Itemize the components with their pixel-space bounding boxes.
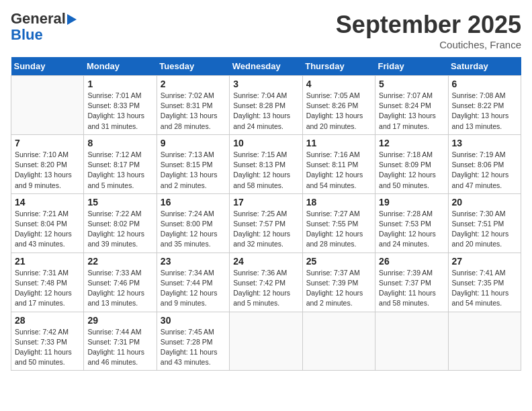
day-info: Sunrise: 7:19 AM Sunset: 8:06 PM Dayligh… (452, 150, 517, 191)
day-cell: 4Sunrise: 7:05 AM Sunset: 8:26 PM Daylig… (302, 76, 375, 135)
day-cell: 6Sunrise: 7:08 AM Sunset: 8:22 PM Daylig… (448, 76, 521, 135)
day-cell: 11Sunrise: 7:16 AM Sunset: 8:11 PM Dayli… (302, 134, 375, 193)
day-cell: 16Sunrise: 7:24 AM Sunset: 8:00 PM Dayli… (157, 193, 229, 253)
day-info: Sunrise: 7:41 AM Sunset: 7:35 PM Dayligh… (452, 268, 517, 309)
day-number: 16 (161, 197, 226, 208)
day-cell: 1Sunrise: 7:01 AM Sunset: 8:33 PM Daylig… (84, 76, 157, 135)
day-cell: 2Sunrise: 7:02 AM Sunset: 8:31 PM Daylig… (157, 76, 229, 135)
calendar-table: SundayMondayTuesdayWednesdayThursdayFrid… (11, 57, 521, 371)
day-info: Sunrise: 7:34 AM Sunset: 7:44 PM Dayligh… (161, 268, 226, 309)
day-info: Sunrise: 7:02 AM Sunset: 8:31 PM Dayligh… (161, 91, 226, 132)
day-number: 13 (452, 138, 517, 148)
day-cell: 24Sunrise: 7:36 AM Sunset: 7:42 PM Dayli… (230, 253, 302, 312)
day-number: 5 (379, 79, 444, 89)
col-header-sunday: Sunday (11, 57, 84, 76)
day-info: Sunrise: 7:44 AM Sunset: 7:31 PM Dayligh… (87, 327, 152, 368)
day-cell: 12Sunrise: 7:18 AM Sunset: 8:09 PM Dayli… (375, 134, 448, 193)
day-number: 22 (87, 256, 152, 267)
logo: General Blue (11, 11, 77, 43)
day-info: Sunrise: 7:22 AM Sunset: 8:02 PM Dayligh… (87, 209, 152, 250)
col-header-saturday: Saturday (448, 57, 521, 76)
col-header-friday: Friday (375, 57, 448, 76)
day-number: 14 (15, 197, 80, 208)
day-info: Sunrise: 7:24 AM Sunset: 8:00 PM Dayligh… (161, 209, 226, 250)
day-info: Sunrise: 7:10 AM Sunset: 8:20 PM Dayligh… (15, 150, 80, 191)
day-cell (11, 76, 84, 135)
day-number: 9 (161, 138, 226, 148)
day-number: 18 (306, 197, 371, 208)
week-row-5: 28Sunrise: 7:42 AM Sunset: 7:33 PM Dayli… (11, 312, 521, 371)
day-cell: 15Sunrise: 7:22 AM Sunset: 8:02 PM Dayli… (84, 193, 157, 253)
day-info: Sunrise: 7:07 AM Sunset: 8:24 PM Dayligh… (379, 91, 444, 132)
day-cell: 26Sunrise: 7:39 AM Sunset: 7:37 PM Dayli… (375, 253, 448, 312)
day-number: 3 (233, 79, 298, 89)
day-number: 20 (452, 197, 517, 208)
day-number: 21 (15, 256, 80, 267)
day-cell (375, 312, 448, 371)
day-number: 26 (379, 256, 444, 267)
day-number: 19 (379, 197, 444, 208)
day-cell: 25Sunrise: 7:37 AM Sunset: 7:39 PM Dayli… (302, 253, 375, 312)
logo-general: General (11, 10, 66, 27)
logo-top: General (11, 11, 77, 27)
day-cell (230, 312, 302, 371)
col-header-monday: Monday (84, 57, 157, 76)
location: Coutiches, France (336, 39, 521, 50)
day-number: 1 (87, 79, 152, 89)
day-number: 7 (15, 138, 80, 148)
day-info: Sunrise: 7:08 AM Sunset: 8:22 PM Dayligh… (452, 91, 517, 132)
day-cell: 23Sunrise: 7:34 AM Sunset: 7:44 PM Dayli… (157, 253, 229, 312)
day-cell: 8Sunrise: 7:12 AM Sunset: 8:17 PM Daylig… (84, 134, 157, 193)
day-number: 4 (306, 79, 371, 89)
day-info: Sunrise: 7:33 AM Sunset: 7:46 PM Dayligh… (87, 268, 152, 309)
day-info: Sunrise: 7:01 AM Sunset: 8:33 PM Dayligh… (87, 91, 152, 132)
day-cell: 14Sunrise: 7:21 AM Sunset: 8:04 PM Dayli… (11, 193, 84, 253)
logo-arrow-icon (67, 14, 77, 25)
month-title: September 2025 (336, 11, 521, 39)
day-number: 28 (15, 315, 80, 326)
day-info: Sunrise: 7:16 AM Sunset: 8:11 PM Dayligh… (306, 150, 371, 191)
day-number: 27 (452, 256, 517, 267)
day-cell: 19Sunrise: 7:28 AM Sunset: 7:53 PM Dayli… (375, 193, 448, 253)
day-cell: 17Sunrise: 7:25 AM Sunset: 7:57 PM Dayli… (230, 193, 302, 253)
day-info: Sunrise: 7:27 AM Sunset: 7:55 PM Dayligh… (306, 209, 371, 250)
day-info: Sunrise: 7:15 AM Sunset: 8:13 PM Dayligh… (233, 150, 298, 191)
day-number: 23 (161, 256, 226, 267)
day-cell: 5Sunrise: 7:07 AM Sunset: 8:24 PM Daylig… (375, 76, 448, 135)
day-number: 29 (87, 315, 152, 326)
day-number: 11 (306, 138, 371, 148)
day-number: 30 (161, 315, 226, 326)
week-row-2: 7Sunrise: 7:10 AM Sunset: 8:20 PM Daylig… (11, 134, 521, 193)
day-info: Sunrise: 7:37 AM Sunset: 7:39 PM Dayligh… (306, 268, 371, 309)
day-cell (448, 312, 521, 371)
day-cell: 7Sunrise: 7:10 AM Sunset: 8:20 PM Daylig… (11, 134, 84, 193)
day-cell: 21Sunrise: 7:31 AM Sunset: 7:48 PM Dayli… (11, 253, 84, 312)
day-number: 2 (161, 79, 226, 89)
day-cell: 9Sunrise: 7:13 AM Sunset: 8:15 PM Daylig… (157, 134, 229, 193)
day-info: Sunrise: 7:36 AM Sunset: 7:42 PM Dayligh… (233, 268, 298, 309)
logo-bottom: Blue (11, 27, 77, 43)
day-cell: 20Sunrise: 7:30 AM Sunset: 7:51 PM Dayli… (448, 193, 521, 253)
header-row: SundayMondayTuesdayWednesdayThursdayFrid… (11, 57, 521, 76)
day-cell: 30Sunrise: 7:45 AM Sunset: 7:28 PM Dayli… (157, 312, 229, 371)
day-info: Sunrise: 7:30 AM Sunset: 7:51 PM Dayligh… (452, 209, 517, 250)
logo-blue: Blue (11, 26, 43, 43)
day-info: Sunrise: 7:05 AM Sunset: 8:26 PM Dayligh… (306, 91, 371, 132)
day-cell: 29Sunrise: 7:44 AM Sunset: 7:31 PM Dayli… (84, 312, 157, 371)
day-number: 25 (306, 256, 371, 267)
day-info: Sunrise: 7:31 AM Sunset: 7:48 PM Dayligh… (15, 268, 80, 309)
day-info: Sunrise: 7:13 AM Sunset: 8:15 PM Dayligh… (161, 150, 226, 191)
col-header-tuesday: Tuesday (157, 57, 229, 76)
day-number: 12 (379, 138, 444, 148)
day-info: Sunrise: 7:18 AM Sunset: 8:09 PM Dayligh… (379, 150, 444, 191)
day-info: Sunrise: 7:04 AM Sunset: 8:28 PM Dayligh… (233, 91, 298, 132)
day-number: 10 (233, 138, 298, 148)
day-number: 8 (87, 138, 152, 148)
day-cell (302, 312, 375, 371)
title-block: September 2025 Coutiches, France (336, 11, 521, 50)
week-row-4: 21Sunrise: 7:31 AM Sunset: 7:48 PM Dayli… (11, 253, 521, 312)
day-cell: 13Sunrise: 7:19 AM Sunset: 8:06 PM Dayli… (448, 134, 521, 193)
day-info: Sunrise: 7:12 AM Sunset: 8:17 PM Dayligh… (87, 150, 152, 191)
day-cell: 3Sunrise: 7:04 AM Sunset: 8:28 PM Daylig… (230, 76, 302, 135)
day-info: Sunrise: 7:21 AM Sunset: 8:04 PM Dayligh… (15, 209, 80, 250)
